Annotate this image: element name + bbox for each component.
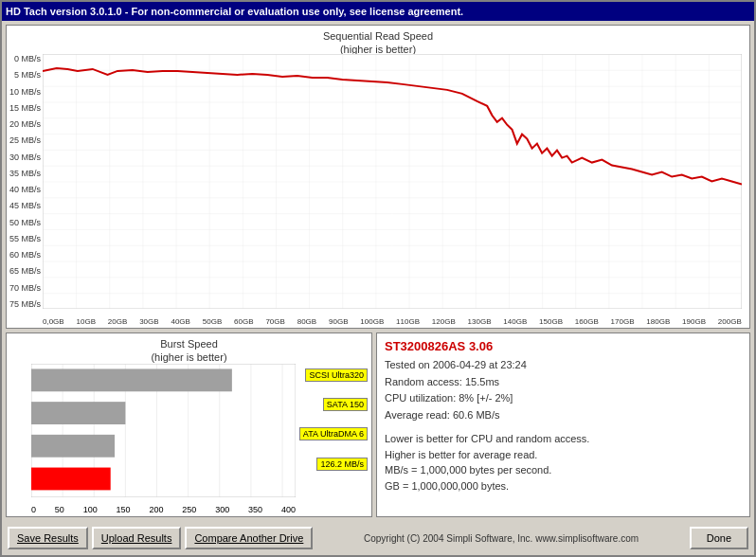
burst-chart-area [31, 364, 296, 497]
burst-chart-title: Burst Speed (higher is better) [10, 337, 368, 365]
burst-x-axis: 0 50 100 150 200 250 300 350 400 [31, 505, 296, 514]
done-button[interactable]: Done [690, 527, 748, 549]
bar-label-sata: SATA 150 [323, 398, 368, 411]
save-results-button[interactable]: Save Results [8, 527, 88, 549]
upload-results-button[interactable]: Upload Results [92, 527, 182, 549]
compare-drive-button[interactable]: Compare Another Drive [185, 527, 313, 549]
svg-rect-16 [31, 435, 115, 458]
bar-label-scsi: SCSI Ultra320 [305, 368, 368, 382]
seq-chart-title: Sequential Read Speed (higher is better) [10, 29, 746, 57]
x-axis: 0,0GB 10GB 20GB 30GB 40GB 50GB 60GB 70GB… [43, 317, 742, 326]
copyright-text: Copyright (C) 2004 Simpli Software, Inc.… [316, 533, 685, 544]
window-title: HD Tach version 3.0.1.0 - For non-commer… [6, 6, 463, 17]
y-axis: 75 MB/s 70 MB/s 65 MB/s 60 MB/s 55 MB/s … [9, 54, 43, 309]
svg-rect-17 [31, 468, 111, 491]
svg-rect-15 [31, 402, 125, 424]
svg-rect-4 [43, 54, 742, 309]
sequential-chart: Sequential Read Speed (higher is better)… [6, 25, 750, 329]
footer: Save Results Upload Results Compare Anot… [2, 521, 754, 555]
seq-chart-area [43, 54, 742, 309]
bar-label-ata: ATA UltraDMA 6 [299, 427, 368, 440]
info-stats: Tested on 2006-04-29 at 23:24 Random acc… [385, 357, 742, 423]
title-bar: HD Tach version 3.0.1.0 - For non-commer… [2, 2, 754, 21]
svg-rect-14 [31, 368, 232, 391]
burst-chart: Burst Speed (higher is better) [6, 332, 372, 517]
bottom-section: Burst Speed (higher is better) [6, 332, 750, 517]
drive-name: ST3200826AS 3.06 [385, 339, 742, 353]
info-panel: ST3200826AS 3.06 Tested on 2006-04-29 at… [376, 332, 750, 517]
main-window: HD Tach version 3.0.1.0 - For non-commer… [0, 0, 756, 557]
info-notes: Lower is better for CPU and random acces… [385, 431, 742, 494]
content-area: Sequential Read Speed (higher is better)… [2, 21, 754, 521]
bar-label-actual: 126.2 MB/s [316, 458, 368, 471]
